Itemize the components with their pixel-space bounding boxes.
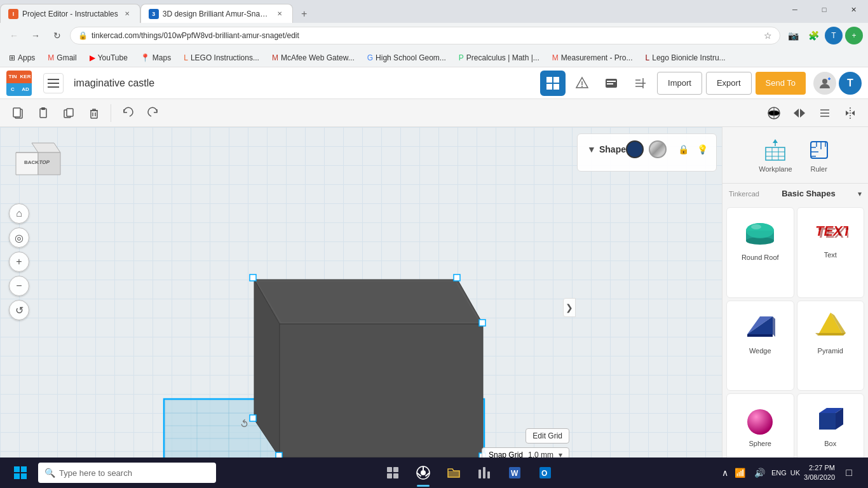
sim-view-button[interactable] (628, 71, 653, 96)
back-button[interactable]: ← (5, 27, 23, 44)
workplane-button[interactable]: Workplane (755, 133, 796, 177)
start-button[interactable] (5, 458, 36, 488)
align-button[interactable] (813, 102, 836, 125)
taskbar-task-view[interactable] (379, 458, 407, 488)
bookmark-youtube[interactable]: ▶ YouTube (86, 52, 132, 64)
paste-button[interactable] (32, 102, 55, 125)
toolbar-separator-1 (111, 104, 111, 122)
flip-button[interactable] (788, 102, 811, 125)
taskbar-word[interactable]: W (501, 458, 529, 488)
shape-wedge[interactable]: Wedge (726, 301, 794, 391)
svg-rect-125 (448, 471, 459, 477)
bookmark-star-icon[interactable]: ☆ (764, 30, 772, 41)
texture-icon[interactable]: 🔒 (675, 142, 691, 157)
add-user-button[interactable] (813, 72, 836, 95)
ruler-icon (806, 137, 832, 163)
shape-text[interactable]: TEXT TEXT Text (797, 207, 865, 298)
taskbar-notification-center[interactable]: □ (839, 463, 859, 483)
canvas-area[interactable]: BACK TOP ⌂ ◎ + − ↺ (0, 127, 722, 488)
minimize-button[interactable]: ─ (780, 0, 810, 19)
time-display[interactable]: 2:27 PM 3/08/2020 (804, 463, 835, 483)
edit-grid-button[interactable]: Edit Grid (526, 428, 569, 444)
taskbar-file-explorer[interactable] (440, 458, 468, 488)
shape-round-roof[interactable]: Round Roof (726, 207, 794, 298)
bookmark-precalc-label: Precalculus | Math |... (466, 53, 539, 62)
taskbar-notifications-icon[interactable]: ∧ (722, 468, 728, 478)
bookmark-highschool-label: High School Geom... (376, 53, 446, 62)
view-cube-button[interactable] (763, 102, 785, 125)
fit-to-view-button[interactable]: ◎ (9, 227, 29, 248)
svg-rect-3 (546, 77, 552, 83)
svg-rect-23 (41, 107, 45, 110)
taskbar-network-icon[interactable]: 📶 (732, 465, 748, 480)
tab-1[interactable]: I Project Editor - Instructables ✕ (0, 4, 140, 23)
profile-icon[interactable]: T (825, 27, 843, 44)
bookmark-highschool[interactable]: G High School Geom... (363, 52, 450, 64)
color-panel-extras: 🔒 💡 (675, 142, 710, 157)
bookmark-maps[interactable]: 📍 Maps (137, 52, 175, 64)
light-icon[interactable]: 💡 (695, 142, 710, 157)
bookmark-lego[interactable]: L LEGO Instructions... (180, 52, 263, 64)
tab-2-close[interactable]: ✕ (275, 9, 285, 19)
shape-panel-collapse[interactable]: ▼ (584, 142, 599, 157)
tab-1-close[interactable]: ✕ (122, 9, 132, 19)
code-view-button[interactable] (599, 71, 624, 96)
zoom-in-button[interactable]: + (9, 252, 29, 272)
home-view-button[interactable]: ⌂ (9, 203, 29, 224)
build-view-button[interactable] (569, 71, 595, 96)
address-bar[interactable]: 🔒 tinkercad.com/things/010wPpfW8vd-brill… (70, 27, 780, 44)
grid-view-button[interactable] (540, 71, 566, 96)
taskbar-chrome[interactable] (409, 458, 437, 488)
maximize-button[interactable]: □ (810, 0, 839, 19)
close-button[interactable]: ✕ (839, 0, 868, 19)
bookmark-measurement[interactable]: M Measurement - Pro... (548, 52, 637, 64)
taskbar-equalizer[interactable] (470, 458, 498, 488)
category-dropdown-button[interactable]: ▾ (858, 189, 862, 198)
solid-color-button[interactable] (626, 140, 644, 158)
3d-object[interactable]: ↙ ↗ ↺ ↺ (121, 241, 515, 488)
taskbar-language[interactable]: ENG (771, 469, 787, 477)
svg-rect-26 (91, 111, 97, 118)
hole-color-button[interactable] (649, 140, 667, 158)
ruler-button[interactable]: Ruler (803, 133, 836, 177)
menu-icon-button[interactable] (43, 73, 64, 93)
project-name[interactable]: imaginative castle (74, 78, 154, 89)
account-icon[interactable]: + (845, 27, 863, 44)
send-to-button[interactable]: Send To (756, 72, 806, 95)
right-panel-toggle[interactable]: ❯ (563, 298, 576, 317)
rotate-view-button[interactable]: ↺ (9, 300, 29, 320)
taskbar-outlook[interactable]: O (531, 458, 559, 488)
bookmark-apps[interactable]: ⊞ Apps (5, 52, 39, 64)
user-avatar[interactable]: T (839, 72, 862, 95)
svg-rect-116 (387, 467, 392, 472)
taskbar-search[interactable]: 🔍 Type here to search (38, 463, 216, 483)
bookmark-lego-bionicle[interactable]: L Lego Bionicle Instru... (642, 52, 729, 64)
shapes-category: Tinkercad Basic Shapes ▾ (722, 184, 868, 203)
copy-button[interactable] (6, 102, 29, 125)
tab-2[interactable]: 3 3D design Brilliant Amur-Snaget... ✕ (140, 4, 293, 23)
bookmark-precalc[interactable]: P Precalculus | Math |... (455, 52, 543, 64)
bookmark-mcafee[interactable]: M McAfee Web Gatew... (268, 52, 358, 64)
shape-pyramid[interactable]: Pyramid (797, 301, 865, 391)
delete-button[interactable] (83, 102, 105, 125)
svg-marker-40 (32, 143, 60, 152)
undo-button[interactable] (116, 102, 139, 125)
window-controls: ─ □ ✕ (780, 0, 868, 19)
bookmark-gmail[interactable]: M Gmail (44, 52, 80, 64)
bookmark-youtube-label: YouTube (98, 53, 128, 62)
forward-button[interactable]: → (27, 27, 44, 44)
export-button[interactable]: Export (706, 72, 752, 95)
new-tab-button[interactable]: + (295, 5, 313, 23)
redo-button[interactable] (142, 102, 165, 125)
svg-rect-0 (48, 79, 59, 80)
taskbar-volume-icon[interactable]: 🔊 (752, 465, 768, 480)
duplicate-button[interactable] (57, 102, 80, 125)
reload-button[interactable]: ↻ (48, 27, 66, 44)
import-button[interactable]: Import (657, 72, 702, 95)
zoom-out-button[interactable]: − (9, 276, 29, 296)
extensions-icon[interactable]: 🧩 (804, 27, 822, 44)
view-cube-navigator[interactable]: BACK TOP (13, 140, 64, 191)
camera-icon[interactable]: 📷 (784, 27, 802, 44)
mirror-button[interactable] (839, 102, 862, 125)
tinkercad-logo[interactable]: TIN KER C AD (6, 71, 32, 96)
